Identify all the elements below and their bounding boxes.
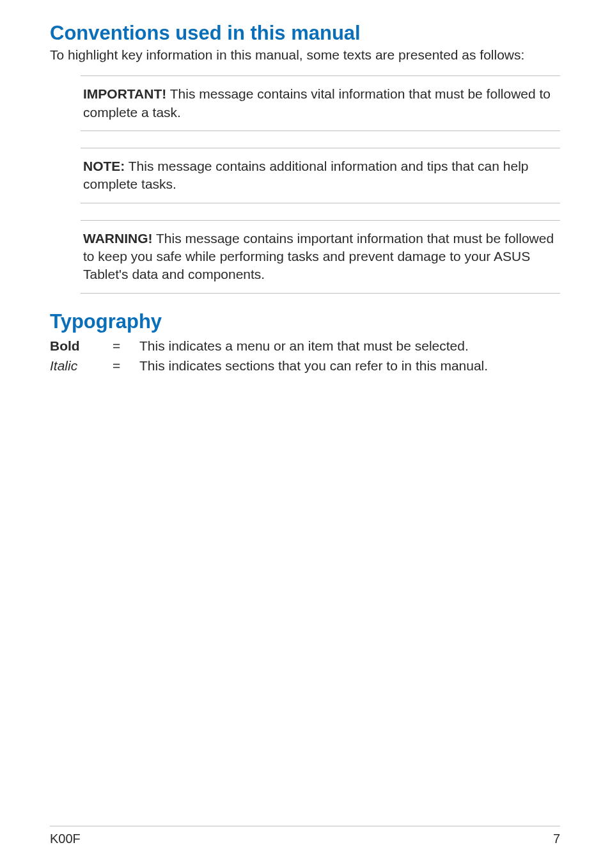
table-row: Italic = This indicates sections that yo… <box>50 356 501 376</box>
footer-model: K00F <box>50 832 81 846</box>
typography-table: Bold = This indicates a menu or an item … <box>50 336 501 376</box>
typo-desc: This indicates a menu or an item that mu… <box>139 336 501 356</box>
callout-text: This message contains important informat… <box>83 231 554 282</box>
callout-text: This message contains additional informa… <box>83 159 529 191</box>
footer-page-number: 7 <box>553 832 560 846</box>
table-row: Bold = This indicates a menu or an item … <box>50 336 501 356</box>
typo-desc: This indicates sections that you can ref… <box>139 356 501 376</box>
section-heading-typography: Typography <box>50 310 560 333</box>
callout-note: NOTE: This message contains additional i… <box>81 148 560 203</box>
typo-term-italic: Italic <box>50 358 77 373</box>
page-footer: K00F 7 <box>50 826 560 846</box>
typo-eq: = <box>113 356 139 376</box>
callout-important: IMPORTANT! This message contains vital i… <box>81 75 560 131</box>
section-heading-conventions: Conventions used in this manual <box>50 22 560 45</box>
callout-label: WARNING! <box>83 231 153 246</box>
typo-eq: = <box>113 336 139 356</box>
conventions-intro: To highlight key information in this man… <box>50 46 560 64</box>
callout-label: NOTE: <box>83 159 125 173</box>
typo-term-bold: Bold <box>50 338 80 353</box>
callout-warning: WARNING! This message contains important… <box>81 220 560 294</box>
callout-label: IMPORTANT! <box>83 86 166 101</box>
